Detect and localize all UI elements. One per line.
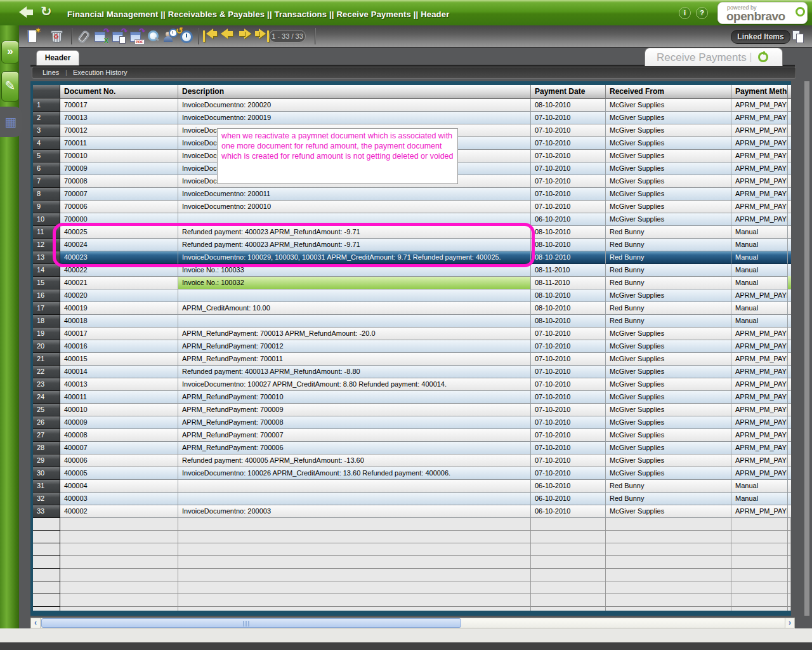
- row-number-cell[interactable]: 27: [33, 429, 60, 442]
- received-from-cell[interactable]: Red Bunny: [606, 315, 731, 328]
- row-number-cell[interactable]: 9: [33, 201, 60, 213]
- description-cell[interactable]: APRM_RefundPayment: 700010: [178, 391, 531, 404]
- received-from-cell[interactable]: McGiver Supplies: [606, 289, 731, 302]
- description-cell[interactable]: [178, 543, 531, 556]
- overflow-sliver-cell[interactable]: [788, 543, 791, 556]
- description-cell[interactable]: InvoiceDocumentno: 200010: [178, 201, 531, 213]
- payment-method-cell[interactable]: Manual: [731, 251, 788, 264]
- row-number-cell[interactable]: 20: [33, 340, 60, 353]
- row-number-cell[interactable]: 14: [33, 264, 60, 277]
- description-cell[interactable]: InvoiceDocumentno: 200003: [178, 505, 531, 518]
- document-no-cell[interactable]: 400005: [60, 467, 178, 480]
- payment-date-cell[interactable]: 06-10-2010: [531, 480, 606, 493]
- payment-date-cell[interactable]: 07-10-2010: [531, 188, 606, 201]
- document-no-cell[interactable]: [60, 543, 178, 556]
- row-number-cell[interactable]: 2: [33, 112, 60, 124]
- table-row-empty[interactable]: [33, 594, 791, 607]
- received-from-cell[interactable]: [606, 531, 731, 543]
- received-from-cell[interactable]: [606, 543, 731, 556]
- received-from-cell[interactable]: [606, 556, 731, 569]
- attachment-button[interactable]: [75, 28, 91, 44]
- overflow-sliver-cell[interactable]: [788, 480, 791, 493]
- document-no-cell[interactable]: [60, 531, 178, 543]
- overflow-sliver-cell[interactable]: [788, 404, 791, 416]
- payment-date-cell[interactable]: 08-10-2010: [531, 226, 606, 239]
- payment-method-cell[interactable]: APRM_PM_PAYME: [731, 353, 788, 366]
- row-number-cell[interactable]: 7: [33, 175, 60, 188]
- received-from-cell[interactable]: McGiver Supplies: [606, 213, 731, 226]
- document-no-cell[interactable]: [60, 569, 178, 581]
- payment-method-cell[interactable]: Manual: [731, 226, 788, 239]
- received-from-cell[interactable]: Red Bunny: [606, 251, 731, 264]
- document-no-cell[interactable]: [60, 518, 178, 531]
- description-cell[interactable]: APRM_RefundPayment: 700008: [178, 416, 531, 429]
- payment-method-cell[interactable]: APRM_PM_PAYME: [731, 328, 788, 340]
- table-row[interactable]: 19400017APRM_RefundPayment: 700013 APRM_…: [33, 328, 791, 340]
- row-number-cell[interactable]: [33, 569, 60, 581]
- payment-method-cell[interactable]: [731, 594, 788, 607]
- table-row[interactable]: 17400019APRM_CreditAmount: 10.0008-10-20…: [33, 302, 791, 315]
- table-row[interactable]: 1700017InvoiceDocumentno: 20002008-10-20…: [33, 99, 791, 112]
- row-number-cell[interactable]: 5: [33, 150, 60, 162]
- payment-method-cell[interactable]: APRM_PM_PAYME: [731, 429, 788, 442]
- received-from-cell[interactable]: McGiver Supplies: [606, 429, 731, 442]
- payment-method-cell[interactable]: APRM_PM_PAYME: [731, 416, 788, 429]
- overflow-sliver-cell[interactable]: [788, 416, 791, 429]
- payment-method-cell[interactable]: [731, 543, 788, 556]
- column-header-payment-method[interactable]: Payment Method: [731, 85, 788, 99]
- payment-method-cell[interactable]: APRM_PM_PAYME: [731, 404, 788, 416]
- table-row[interactable]: 22400014Refunded payment: 400013 APRM_Re…: [33, 366, 791, 378]
- payment-date-cell[interactable]: 07-10-2010: [531, 467, 606, 480]
- row-number-cell[interactable]: 22: [33, 366, 60, 378]
- overflow-sliver-cell[interactable]: [788, 328, 791, 340]
- payment-date-cell[interactable]: 07-10-2010: [531, 328, 606, 340]
- row-number-cell[interactable]: [33, 531, 60, 543]
- search-button[interactable]: [145, 28, 161, 44]
- payment-date-cell[interactable]: [531, 518, 606, 531]
- payment-method-cell[interactable]: [731, 518, 788, 531]
- document-no-cell[interactable]: 400013: [60, 378, 178, 391]
- payment-method-cell[interactable]: APRM_PM_PAYME: [731, 175, 788, 188]
- table-row[interactable]: 28400007APRM_RefundPayment: 70000607-10-…: [33, 442, 791, 454]
- payment-date-cell[interactable]: [531, 594, 606, 607]
- received-from-cell[interactable]: McGiver Supplies: [606, 137, 731, 150]
- overflow-sliver-cell[interactable]: [788, 378, 791, 391]
- previous-record-button[interactable]: [219, 29, 236, 45]
- document-no-cell[interactable]: 700007: [60, 188, 178, 201]
- document-no-cell[interactable]: 400021: [60, 277, 178, 289]
- row-number-cell[interactable]: 31: [33, 480, 60, 493]
- document-no-cell[interactable]: 400003: [60, 493, 178, 505]
- table-row-empty[interactable]: [33, 543, 791, 556]
- last-record-button[interactable]: [252, 29, 269, 45]
- row-number-cell[interactable]: 3: [33, 124, 60, 137]
- description-cell[interactable]: APRM_RefundPayment: 700006: [178, 442, 531, 454]
- export-pdf-button[interactable]: ↷ PDF: [128, 28, 145, 44]
- row-number-cell[interactable]: 6: [33, 162, 60, 175]
- received-from-cell[interactable]: [606, 594, 731, 607]
- payment-date-cell[interactable]: 07-10-2010: [531, 340, 606, 353]
- overflow-sliver-cell[interactable]: [788, 569, 791, 581]
- payment-date-cell[interactable]: 08-10-2010: [531, 302, 606, 315]
- payment-date-cell[interactable]: 07-10-2010: [531, 404, 606, 416]
- overflow-sliver-cell[interactable]: [788, 366, 791, 378]
- payment-method-cell[interactable]: Manual: [731, 239, 788, 251]
- document-no-cell[interactable]: 400020: [60, 289, 178, 302]
- overflow-sliver-cell[interactable]: [788, 315, 791, 328]
- expand-menu-button[interactable]: »: [1, 41, 19, 63]
- received-from-cell[interactable]: Red Bunny: [606, 493, 731, 505]
- payment-method-cell[interactable]: APRM_PM_PAYME: [731, 467, 788, 480]
- overflow-sliver-cell[interactable]: [788, 531, 791, 543]
- payment-date-cell[interactable]: 07-10-2010: [531, 124, 606, 137]
- document-no-cell[interactable]: [60, 594, 178, 607]
- document-no-cell[interactable]: 400016: [60, 340, 178, 353]
- payment-method-cell[interactable]: APRM_PM_PAYME: [731, 99, 788, 112]
- row-number-cell[interactable]: [33, 518, 60, 531]
- table-row-empty[interactable]: [33, 531, 791, 543]
- table-row-empty[interactable]: [33, 556, 791, 569]
- table-row[interactable]: 3240000306-10-2010Red BunnyManual: [33, 493, 791, 505]
- document-no-cell[interactable]: 400004: [60, 480, 178, 493]
- table-row[interactable]: 1840001808-10-2010Red BunnyManual: [33, 315, 791, 328]
- overflow-sliver-cell[interactable]: [788, 264, 791, 277]
- received-from-cell[interactable]: McGiver Supplies: [606, 353, 731, 366]
- document-no-cell[interactable]: 400002: [60, 505, 178, 518]
